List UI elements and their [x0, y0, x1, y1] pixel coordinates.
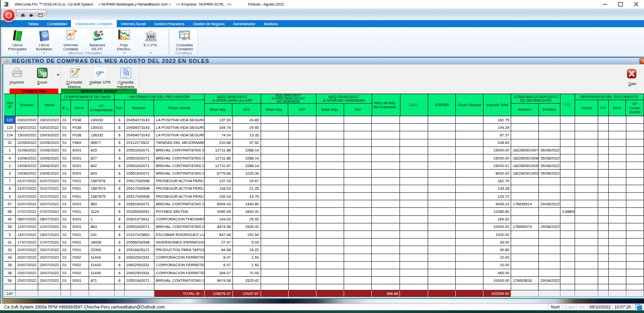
ribbon-group-caption: Informes Tributarios — [3, 51, 168, 55]
mdi-area: REGISTRO DE COMPRAS DEL MES AGOSTO DEL 2… — [0, 58, 644, 303]
monitor-search-icon — [178, 29, 191, 42]
status-cell-08-10-2022: 08/10/2022 — [587, 304, 612, 310]
screen-icon[interactable] — [38, 11, 43, 15]
ribbon: LibrosPrincipales▼@LibrosAuxiliares▼Info… — [0, 27, 644, 56]
child-close-button[interactable]: x — [639, 58, 644, 64]
status-cell-num: Num — [548, 304, 562, 310]
menu-item-modulos[interactable]: Modulos — [260, 20, 282, 27]
menu-item-gesti-n-de-negocio[interactable]: Gestión de Negocio — [188, 20, 228, 27]
title-segment-0: WinConta Pro ™ 2018.04.01.a - Ca Soft Sy… — [15, 2, 93, 7]
ribbon-button-balances[interactable]: BalancesEE.FF.▼ — [84, 28, 111, 52]
quick-access-band — [0, 9, 644, 20]
power-icon — [5, 12, 13, 19]
menu-item-gesti-n-financiera[interactable]: Gestión Financiera — [150, 20, 189, 27]
child-window-icon — [5, 59, 9, 63]
status-text: Ca Soft System 2000a RPM #956993597 Chin… — [4, 304, 548, 309]
menu-bar: TablasContabilidadImpresiones ContablesI… — [0, 20, 644, 27]
app-window: WinConta Pro ™ 2018.04.01.a - Ca Soft Sy… — [0, 0, 644, 313]
child-window-frame — [2, 64, 644, 299]
registro-compras-window: REGISTRO DE COMPRAS DEL MES AGOSTO DEL 2… — [2, 58, 644, 299]
quick-access-toolbar — [16, 10, 47, 16]
title-bar: WinConta Pro ™ 2018.04.01.a - Ca Soft Sy… — [0, 0, 644, 9]
keyboard-layout-icon — [632, 304, 644, 310]
title-segment-3: Periodo : Agosto 2022 — [248, 2, 284, 7]
ribbon-button-informes[interactable]: InformesContable▼ — [57, 28, 84, 52]
ribbon-group-1: ConsultasContables▼Consultas — [169, 28, 198, 56]
window-controls — [597, 0, 644, 9]
green-book-icon — [11, 29, 24, 42]
bank-building-icon — [144, 29, 157, 42]
status-bar: Ca Soft System 2000a RPM #956993597 Chin… — [0, 303, 644, 310]
app-icon — [4, 2, 10, 7]
ribbon-button-consultas[interactable]: ConsultasContables▼ — [171, 28, 198, 52]
ribbon-button-e-c-p-n-[interactable]: E.C.P.N.▼ — [137, 28, 164, 52]
status-cell-10-07-28: 10:07:28 — [612, 304, 632, 310]
announce-icon[interactable] — [29, 11, 34, 15]
maximize-button[interactable] — [613, 0, 628, 9]
status-cell-caps: Caps — [562, 304, 577, 310]
maximize-icon — [618, 2, 623, 7]
pie-chart-icon — [91, 29, 104, 42]
ribbon-button-libros[interactable]: @LibrosAuxiliares▼ — [31, 28, 57, 52]
svg-text:@: @ — [42, 32, 47, 37]
menu-item-administrador[interactable]: Administrador — [229, 20, 260, 27]
cash-flow-chart-icon — [118, 29, 131, 42]
taskbar-strip — [0, 310, 644, 313]
report-pencil-icon — [64, 29, 77, 42]
menu-item-impresiones-contables[interactable]: Impresiones Contables — [71, 20, 116, 27]
ribbon-button-label: ConsultasContables — [176, 43, 193, 51]
ribbon-button-libros[interactable]: LibrosPrincipales▼ — [4, 28, 31, 52]
close-icon — [634, 2, 638, 7]
title-segment-2: << Empresa : NOPAIN SCRL. >> — [176, 2, 231, 7]
ribbon-button-label: LibrosAuxiliares — [36, 43, 52, 51]
ribbon-button-label: BalancesEE.FF. — [90, 43, 105, 51]
ribbon-button-label: InformesContable — [63, 43, 78, 51]
minimize-button[interactable] — [597, 0, 613, 9]
menu-item-tablas[interactable]: Tablas — [24, 20, 43, 27]
ribbon-group-0: LibrosPrincipales▼@LibrosAuxiliares▼Info… — [2, 28, 169, 56]
power-button[interactable] — [2, 9, 16, 22]
blue-book-icon: @ — [38, 29, 51, 42]
minimize-icon — [603, 2, 607, 7]
window-title: WinConta Pro ™ 2018.04.01.a - Ca Soft Sy… — [10, 2, 284, 7]
menu-item-informes-sunat[interactable]: Informes Sunat — [117, 20, 150, 27]
child-window-title: REGISTRO DE COMPRAS DEL MES AGOSTO DEL 2… — [12, 58, 209, 64]
ribbon-group-caption: Consultas — [170, 51, 198, 55]
ribbon-button-label: LibrosPrincipales — [8, 43, 27, 51]
ribbon-button-label: E.C.P.N. — [143, 43, 157, 47]
ribbon-button-flujo[interactable]: FlujoEfectivo.▼ — [111, 28, 137, 52]
close-button[interactable] — [628, 0, 644, 9]
title-segment-1: < NOPAIN fisioterapia y Rehabilitacion S… — [98, 2, 171, 7]
home-icon[interactable] — [21, 11, 25, 15]
status-cell-ins: Ins — [577, 304, 587, 310]
ribbon-button-label: FlujoEfectivo. — [117, 43, 131, 51]
menu-item-contabilidad[interactable]: Contabilidad — [43, 20, 71, 27]
